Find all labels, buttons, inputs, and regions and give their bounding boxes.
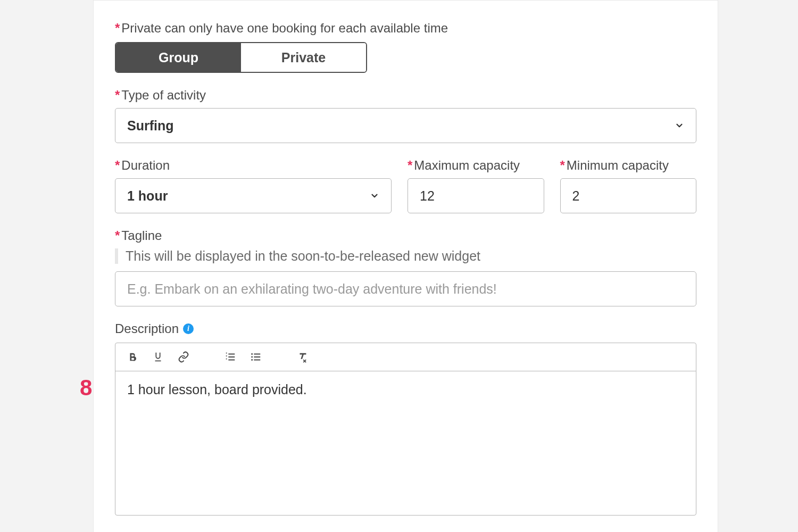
svg-point-2 [251,359,253,361]
booking-type-section: *Private can only have one booking for e… [115,21,696,73]
required-star: * [115,88,120,102]
duration-label: *Duration [115,158,392,173]
toolbar-formatting-group [126,351,190,363]
max-capacity-column: *Maximum capacity 12 [408,158,544,213]
required-star: * [560,158,565,172]
underline-button[interactable] [152,351,164,363]
max-capacity-label-text: Maximum capacity [414,158,520,172]
svg-point-0 [251,353,253,355]
description-editor: 1 hour lesson, board provided. [115,343,696,516]
editor-toolbar [115,343,696,371]
min-capacity-value: 2 [572,188,580,204]
required-star: * [115,21,120,35]
description-label-text: Description [115,321,179,336]
info-icon[interactable]: i [183,323,194,334]
tagline-placeholder: E.g. Embark on an exhilarating two-day a… [127,281,497,297]
required-star: * [408,158,412,172]
activity-type-select[interactable]: Surfing [115,108,696,143]
duration-value: 1 hour [127,188,168,204]
min-capacity-input[interactable]: 2 [560,178,697,213]
duration-column: *Duration 1 hour [115,158,392,213]
ordered-list-button[interactable] [224,351,237,363]
toolbar-clear-group [296,351,309,363]
description-textarea[interactable]: 1 hour lesson, board provided. [115,371,696,515]
activity-type-value: Surfing [127,118,174,134]
booking-type-private-label: Private [281,50,326,65]
duration-select[interactable]: 1 hour [115,178,392,213]
activity-form-card: *Private can only have one booking for e… [93,0,718,532]
toolbar-list-group [224,351,262,363]
min-capacity-label: *Minimum capacity [560,158,697,173]
max-capacity-value: 12 [420,188,435,204]
link-button[interactable] [177,351,190,363]
bold-button[interactable] [126,351,139,363]
booking-type-group-button[interactable]: Group [116,43,241,72]
duration-capacity-row: *Duration 1 hour *Maximum capacity 12 *M… [115,158,696,213]
step-badge: 8 [80,375,92,401]
booking-type-hint-text: Private can only have one booking for ea… [121,21,448,35]
unordered-list-button[interactable] [250,351,262,363]
max-capacity-input[interactable]: 12 [408,178,544,213]
activity-type-label-text: Type of activity [121,88,206,102]
svg-point-1 [251,356,253,358]
tagline-help-text: This will be displayed in the soon-to-be… [115,248,696,264]
booking-type-group-label: Group [159,50,198,65]
required-star: * [115,228,120,243]
min-capacity-label-text: Minimum capacity [567,158,669,172]
tagline-label: *Tagline [115,228,696,243]
tagline-label-text: Tagline [121,228,162,243]
description-label-row: Description i [115,321,696,336]
chevron-down-icon [675,121,684,130]
booking-type-segmented-control: Group Private [115,42,367,73]
min-capacity-column: *Minimum capacity 2 [560,158,697,213]
max-capacity-label: *Maximum capacity [408,158,544,173]
activity-type-label: *Type of activity [115,88,696,103]
chevron-down-icon [370,191,379,201]
description-value: 1 hour lesson, board provided. [127,382,307,397]
booking-type-hint: *Private can only have one booking for e… [115,21,696,36]
duration-label-text: Duration [121,158,170,172]
clear-formatting-button[interactable] [296,351,309,363]
booking-type-private-button[interactable]: Private [241,43,366,72]
tagline-input[interactable]: E.g. Embark on an exhilarating two-day a… [115,271,696,306]
required-star: * [115,158,120,172]
